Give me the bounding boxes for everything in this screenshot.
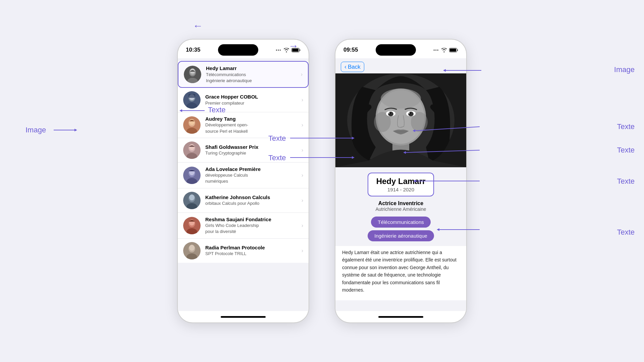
list-item[interactable]: Ada Lovelace Première développeuse Calcu… (178, 163, 309, 188)
svg-point-52 (388, 112, 390, 114)
right-phone: 09:55 ••• ‹ Back (335, 40, 466, 322)
back-label: Back (348, 64, 361, 70)
right-status-bar: 09:55 ••• (335, 40, 466, 58)
annotation-texte-name: Texte (617, 122, 635, 131)
annotation-image-left: Image (25, 126, 46, 134)
svg-marker-55 (74, 129, 77, 131)
list-item[interactable]: Hedy Lamarr TélécommunicationsIngénierie… (178, 61, 309, 88)
annotation-image-right: Image (614, 65, 635, 74)
avatar (183, 116, 201, 134)
person-list-container: Hedy Lamarr TélécommunicationsIngénierie… (178, 58, 309, 311)
list-item[interactable]: Katherine Johnson Calculs orbitaux Calcu… (178, 188, 309, 213)
person-info: Reshma Saujani Fondatrice Girls Who Code… (205, 216, 297, 235)
detail-role-title: Actrice Inventrice (335, 200, 466, 206)
detail-roles: Actrice Inventrice Autrichienne Américai… (335, 200, 466, 212)
detail-name-card: Hedy Lamarr 1914 - 2020 (368, 173, 434, 196)
home-bar (221, 316, 266, 318)
annotation-texte-roles: Texte (617, 146, 635, 155)
person-name: Grace Hopper COBOL (205, 94, 297, 100)
person-sub: Premier compilateur (205, 100, 297, 106)
detail-bio: Hedy Lamarr était une actrice autrichien… (335, 246, 466, 300)
person-name: Ada Lovelace Première (205, 166, 297, 173)
avatar (183, 141, 201, 159)
list-item[interactable]: Grace Hopper COBOL Premier compilateur › (178, 88, 309, 112)
person-info: Grace Hopper COBOL Premier compilateur (205, 94, 297, 106)
svg-rect-37 (450, 49, 456, 52)
person-sub: Turing Cryptographie (205, 150, 297, 156)
tag-telecommunications: Télécommunications (371, 217, 431, 228)
person-info: Audrey Tang Développement open-source Pe… (205, 116, 297, 134)
avatar (184, 66, 201, 83)
svg-point-45 (381, 88, 421, 109)
detail-content: ‹ Back (335, 58, 466, 311)
svg-rect-11 (189, 94, 195, 98)
home-bar-right (378, 316, 423, 318)
right-status-icons: ••• (433, 48, 458, 52)
wifi-icon (441, 48, 447, 52)
home-indicator (178, 311, 309, 322)
svg-rect-1 (292, 49, 299, 52)
avatar (183, 217, 201, 234)
right-dynamic-island (376, 44, 416, 56)
avatar (183, 167, 201, 184)
person-sub: orbitaux Calculs pour Apollo (205, 200, 297, 206)
detail-tags: Télécommunications Ingénierie aéronautiq… (335, 217, 466, 241)
list-item[interactable]: Audrey Tang Développement open-source Pe… (178, 112, 309, 138)
person-info: Katherine Johnson Calculs orbitaux Calcu… (205, 194, 297, 207)
list-item[interactable]: Reshma Saujani Fondatrice Girls Who Code… (178, 213, 309, 239)
detail-nationality: Autrichienne Américaine (335, 206, 466, 212)
svg-point-53 (409, 112, 410, 114)
detail-years: 1914 - 2020 (376, 187, 426, 192)
chevron-right-icon: › (302, 122, 303, 128)
tag-aeronautics: Ingénierie aéronautique (368, 230, 434, 241)
person-sub: SPT Protocole TRILL (205, 251, 297, 257)
person-name: Radia Perlman Protocole (205, 244, 297, 251)
chevron-right-icon: › (302, 172, 303, 178)
list-item[interactable]: Radia Perlman Protocole SPT Protocole TR… (178, 239, 309, 263)
annotations-layer: Image Image Texte Texte Texte Texte Text… (0, 0, 644, 362)
left-phone: 10:35 ••• (178, 40, 309, 322)
detail-hero-image (335, 73, 466, 167)
portrait-image (335, 73, 466, 167)
chevron-right-icon: › (301, 71, 303, 77)
person-info: Hedy Lamarr TélécommunicationsIngénierie… (206, 65, 296, 84)
battery-icon (291, 48, 301, 52)
signal-dots-icon: ••• (433, 48, 439, 52)
chevron-right-icon: › (302, 197, 303, 203)
battery-icon (449, 48, 458, 52)
chevron-right-icon: › (302, 223, 303, 229)
person-name: Audrey Tang (205, 116, 297, 122)
annotation-texte-tags: Texte (617, 177, 635, 186)
annotation-arrows-svg (0, 0, 644, 362)
person-list: Hedy Lamarr TélécommunicationsIngénierie… (178, 61, 309, 263)
left-status-icons: ••• (276, 48, 301, 52)
avatar (183, 91, 201, 109)
left-dynamic-island (218, 44, 258, 56)
person-name: Katherine Johnson Calculs (205, 194, 297, 201)
detail-name: Hedy Lamarr (376, 177, 426, 186)
person-info: Shafi Goldwasser Prix Turing Cryptograph… (205, 144, 297, 157)
chevron-right-icon: › (302, 147, 303, 153)
annotation-texte-bio: Texte (617, 228, 635, 237)
portrait-svg (335, 73, 466, 167)
list-item[interactable]: Shafi Goldwasser Prix Turing Cryptograph… (178, 138, 309, 163)
avatar (183, 242, 201, 259)
person-name: Hedy Lamarr (206, 65, 296, 72)
person-sub: TélécommunicationsIngénierie aéronautiqu… (206, 72, 296, 84)
wifi-icon (283, 48, 289, 52)
person-sub: Girls Who Code Leadershippour la diversi… (205, 223, 297, 235)
back-button[interactable]: ‹ Back (341, 62, 364, 72)
person-sub: développeuse Calculsnumériques (205, 172, 297, 184)
person-name: Shafi Goldwasser Prix (205, 144, 297, 150)
left-time: 10:35 (186, 47, 200, 53)
person-sub: Développement open-source Perl et Haskel… (205, 122, 297, 134)
chevron-right-icon: › (302, 248, 303, 254)
back-bar: ‹ Back (335, 58, 466, 73)
svg-point-19 (189, 144, 195, 150)
person-name: Reshma Saujani Fondatrice (205, 216, 297, 223)
home-indicator-right (335, 311, 466, 322)
avatar (183, 192, 201, 209)
svg-point-27 (189, 194, 195, 200)
annotation-back-arrow: ← (193, 20, 203, 32)
signal-dots-icon: ••• (276, 48, 281, 52)
